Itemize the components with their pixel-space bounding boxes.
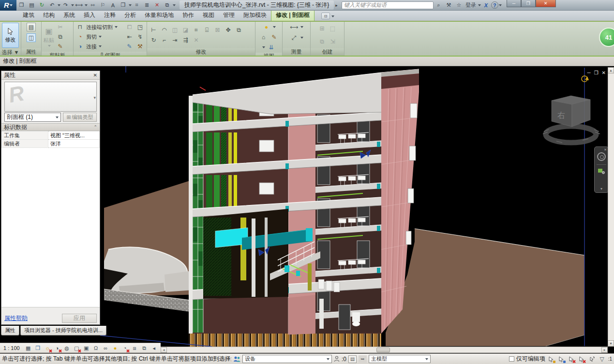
window-minimize-button[interactable]: ─ <box>507 0 521 7</box>
scroll-up-icon[interactable]: ▲ <box>608 67 614 73</box>
cope-icon[interactable]: ⊓ <box>75 23 85 31</box>
type-selector-dropdown[interactable]: 剖面框 (1) <box>4 113 61 122</box>
switch-windows-icon[interactable]: ⧉ <box>162 1 172 10</box>
cope-label[interactable]: 连接端切割 <box>86 24 113 31</box>
copy-element-icon[interactable]: ⧉ <box>234 26 243 34</box>
redo-icon[interactable]: ↷ <box>60 1 71 10</box>
worksets-icon[interactable] <box>233 356 240 363</box>
ribbon-display-caret-icon[interactable] <box>331 15 334 17</box>
tag-icon[interactable]: ⚐ <box>98 1 108 10</box>
join-label[interactable]: 连接 <box>86 43 97 50</box>
type-properties-icon[interactable]: ◫ <box>27 33 36 42</box>
sun-path-icon[interactable]: ☼ <box>43 344 52 352</box>
shadows-icon[interactable]: ◑ <box>53 344 62 352</box>
tab-annotate[interactable]: 注释 <box>100 10 120 21</box>
tab-structure[interactable]: 结构 <box>39 10 59 21</box>
panel-label-geometry[interactable]: 几何图形 <box>74 52 147 57</box>
visual-style-icon[interactable]: ❒ <box>33 344 43 352</box>
align-icon[interactable]: ⊢ <box>149 26 158 34</box>
detail-level-icon[interactable]: ▦ <box>24 344 33 352</box>
window-maximize-button[interactable]: ❐ <box>521 0 536 7</box>
geometry-cut-icon[interactable]: ◔ <box>75 32 85 41</box>
viewcube[interactable]: 右 <box>543 96 600 143</box>
exchange-apps-icon[interactable]: X <box>481 1 491 10</box>
move-icon[interactable]: ✥ <box>224 26 233 34</box>
panel-label-clipboard[interactable]: 剪贴板 <box>42 52 73 57</box>
thin-lines-icon[interactable]: ≣ <box>142 1 152 10</box>
lightbulb-icon[interactable]: ● <box>262 23 271 31</box>
search-input[interactable]: 键入关键字或短语 <box>342 1 434 9</box>
create-parts-icon[interactable]: ⧉ <box>317 37 327 46</box>
worksets-dialog-icon[interactable]: ▤ <box>348 355 357 363</box>
crop-view-icon[interactable]: ▢ <box>72 344 81 352</box>
geometry-join-icon[interactable]: ◑ <box>75 42 85 51</box>
tab-addins[interactable]: 附加模块 <box>239 10 271 21</box>
show-crop-region-icon[interactable]: ▣ <box>82 344 91 352</box>
open-icon[interactable]: ❐ <box>16 1 27 10</box>
properties-help-link[interactable]: 属性帮助 <box>4 314 28 322</box>
scrollbar-thumb[interactable] <box>376 348 390 352</box>
linework-brush-icon[interactable]: ✎ <box>270 33 279 42</box>
render-home-icon[interactable]: ⌂ <box>259 33 268 42</box>
worksharing-display-icon[interactable]: ◔ <box>120 344 130 352</box>
design-option-dropdown[interactable]: 主模型 <box>369 355 431 363</box>
delete-icon[interactable]: ✕ <box>192 36 201 44</box>
tab-project-browser[interactable]: 项目浏览器 - 技师学院机电培训... <box>20 326 106 335</box>
select-underlay-icon[interactable] <box>557 355 566 363</box>
vcb-expand-icon[interactable]: ◂ <box>150 344 159 352</box>
qat-customize-caret-icon[interactable] <box>173 4 176 6</box>
tab-architecture[interactable]: 建筑 <box>18 10 39 21</box>
cope-caret-icon[interactable] <box>115 26 118 28</box>
active-workset-dropdown[interactable]: 设备 <box>242 355 332 363</box>
create-group-icon[interactable]: ⊞ <box>317 24 327 33</box>
tab-systems[interactable]: 系统 <box>59 10 79 21</box>
section-icon[interactable]: ⌗ <box>132 1 142 10</box>
offset-icon[interactable]: ◠ <box>160 26 169 34</box>
window-close-button[interactable]: ✕ <box>536 0 556 7</box>
select-pinned-icon[interactable] <box>568 355 576 363</box>
mirror-pick-icon[interactable]: ◪ <box>181 26 190 34</box>
displace-elements-icon[interactable]: ⧉ <box>140 344 149 352</box>
view-restore-icon[interactable]: ❐ <box>594 70 599 75</box>
measure-tools-caret-icon[interactable] <box>300 26 303 28</box>
ribbon-display-toggle-icon[interactable]: ⊡ <box>321 13 330 19</box>
cut-icon[interactable]: ✂ <box>56 23 65 31</box>
reveal-hidden-elements-icon[interactable]: ∞ <box>101 344 110 352</box>
scale-dropdown[interactable]: 1 : 100 <box>2 345 23 351</box>
steering-wheel-icon[interactable] <box>597 152 606 161</box>
text-icon[interactable]: A <box>108 1 118 10</box>
tab-insert[interactable]: 插入 <box>79 10 100 21</box>
panel-label-view[interactable]: 视图 <box>255 53 282 57</box>
scroll-right-icon[interactable]: ▸ <box>601 347 608 353</box>
tab-view[interactable]: 视图 <box>198 10 219 21</box>
undo-icon[interactable]: ↶ <box>47 1 57 10</box>
panel-label-select[interactable]: 选择 ▼ <box>0 49 21 56</box>
rendering-dialog-icon[interactable]: ◍ <box>62 344 72 352</box>
split-with-gap-icon[interactable]: ⌻ <box>202 26 211 34</box>
title-expand-icon[interactable]: ▸ <box>335 3 338 8</box>
param-value[interactable]: 视图 "三维视... <box>48 131 100 140</box>
panel-label-modify[interactable]: 修改 <box>147 48 255 56</box>
split-face-icon[interactable]: ◳ <box>135 23 145 31</box>
filter-icon[interactable]: ▽ <box>598 355 606 363</box>
application-menu-button[interactable]: R <box>0 0 16 11</box>
mirror-axis-icon[interactable]: ◫ <box>170 26 180 34</box>
rotate-icon[interactable]: ↻ <box>149 36 158 44</box>
preview-caret-icon[interactable]: ▾ <box>93 95 96 100</box>
beam-cutback-icon[interactable]: ⇤ <box>125 32 134 41</box>
cut-label[interactable]: 剪切 <box>86 33 97 41</box>
search-binoculars-icon[interactable]: ⌕ <box>434 1 444 10</box>
demolish-hammer-icon[interactable]: ⚒ <box>135 42 145 51</box>
select-by-face-icon[interactable] <box>578 355 586 363</box>
dimension-icon[interactable]: ⤢ <box>289 33 299 42</box>
temporary-hide-isolate-icon[interactable]: ● <box>111 344 120 352</box>
hide-elements-icon[interactable]: ⇊ <box>267 43 276 52</box>
help-caret-icon[interactable] <box>499 4 502 6</box>
view-close-icon[interactable]: ✕ <box>602 70 606 75</box>
tab-manage[interactable]: 管理 <box>219 10 239 21</box>
table-row[interactable]: 工作集 视图 "三维视... <box>2 131 100 140</box>
trim-extend-icon[interactable]: ⌐ <box>160 36 169 44</box>
help-icon[interactable]: ? <box>491 1 498 9</box>
tab-properties-palette[interactable]: 属性 <box>1 326 19 335</box>
extend-icon[interactable]: ⇥ <box>170 36 180 44</box>
